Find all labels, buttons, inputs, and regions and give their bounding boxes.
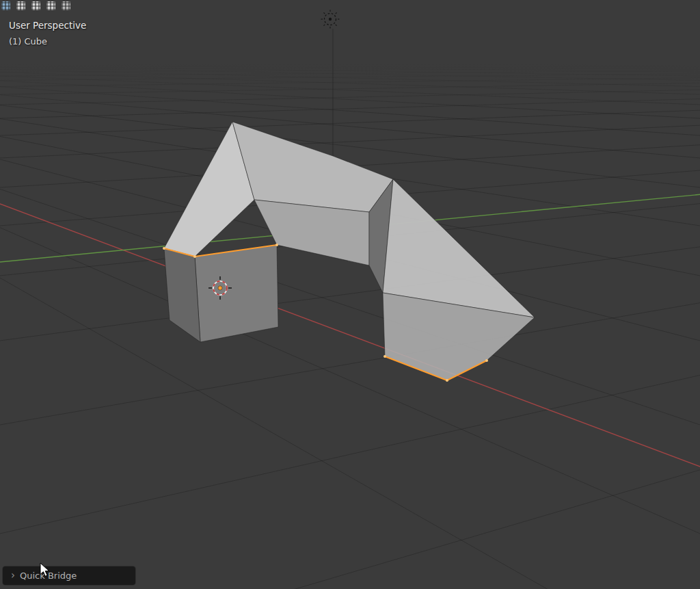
header-menu-icon-4[interactable]: [62, 1, 70, 10]
blender-3d-viewport[interactable]: User Perspective (1) Cube › Quick Bridge: [0, 0, 700, 589]
header-menu-icon-1[interactable]: [16, 1, 25, 10]
selected-vertex[interactable]: [275, 244, 278, 246]
viewport-overlay-text: User Perspective (1) Cube: [9, 21, 86, 46]
selected-vertex[interactable]: [193, 255, 196, 258]
editor-header-icons: [1, 1, 70, 10]
selected-vertex[interactable]: [446, 379, 448, 382]
chevron-right-icon: ›: [11, 571, 15, 581]
viewport-scene: [0, 0, 700, 589]
mesh-face-pillar-left-front[interactable]: [195, 245, 278, 342]
horizon-fade: [0, 0, 700, 116]
view-perspective-label: User Perspective: [9, 21, 86, 31]
selected-vertex[interactable]: [163, 247, 165, 250]
operator-panel-label: Quick Bridge: [20, 571, 77, 580]
object-origin-dot: [218, 286, 222, 290]
editor-type-icon[interactable]: [1, 1, 10, 10]
selected-vertex[interactable]: [383, 355, 386, 358]
selected-vertex[interactable]: [485, 359, 488, 362]
operator-panel-quick-bridge[interactable]: › Quick Bridge: [2, 566, 136, 586]
header-menu-icon-3[interactable]: [46, 1, 55, 10]
active-object-label: (1) Cube: [9, 37, 86, 46]
header-menu-icon-2[interactable]: [31, 1, 40, 10]
